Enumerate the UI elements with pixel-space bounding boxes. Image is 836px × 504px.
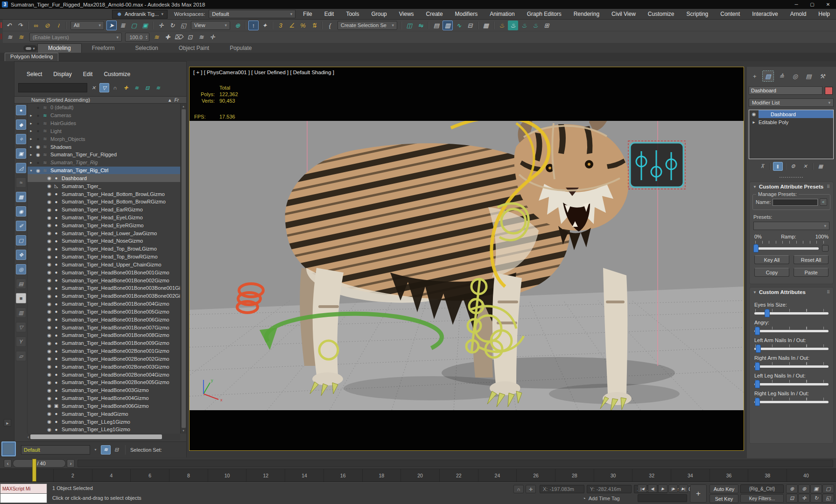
filter-helpers-icon[interactable]: ◿ xyxy=(16,163,26,173)
time-slider-track[interactable] xyxy=(77,460,833,467)
maxscript-mini-listener[interactable]: MAXScript Mi xyxy=(0,483,47,504)
visibility-eye-icon[interactable]: ● xyxy=(35,160,42,165)
visibility-eye-icon[interactable]: ◉ xyxy=(46,246,53,252)
list-item[interactable]: ◉ ● Sumatran_Tiger_Head_Bottom_BrowLGizm… xyxy=(28,190,180,198)
maximize-button[interactable]: ▢ xyxy=(804,0,820,9)
sort-by-layer-icon[interactable]: ≋ xyxy=(101,445,111,455)
active-layer-select[interactable]: (Enable Layers)▾ xyxy=(29,33,122,42)
menu-item[interactable]: Arnold xyxy=(784,9,813,19)
select-and-link-icon[interactable]: ∞ xyxy=(31,21,41,30)
x-coordinate-field[interactable]: X:-197.083m xyxy=(540,485,584,493)
selection-lock-toggle[interactable]: ∩ xyxy=(513,485,524,493)
pick-object-icon[interactable]: ✚ xyxy=(121,83,131,92)
list-item[interactable]: ◉ ● Sumatran_Tiger_HeadBone001Bone006Giz… xyxy=(28,315,180,323)
orbit-icon[interactable]: ↻ xyxy=(810,494,822,503)
explorer-menu-item[interactable]: Select xyxy=(27,71,42,77)
list-item[interactable]: ◉ ● Sumatran_Tiger_LLeg1Gizmo xyxy=(28,426,180,434)
list-item[interactable]: ▸ ● ≋ Cameras xyxy=(28,112,180,119)
pan-icon[interactable]: ✛ xyxy=(798,494,810,503)
list-item[interactable]: ◉ ● Sumatran_Tiger_Head_EyeLGizmo xyxy=(28,214,180,222)
unlink-selection-icon[interactable]: ⊘ xyxy=(42,21,52,30)
visibility-eye-icon[interactable]: ◉ xyxy=(46,427,53,432)
move-to-layer-icon[interactable]: ✛ xyxy=(207,32,218,42)
ribbon-minimize-button[interactable]: ▾ xyxy=(23,45,37,51)
expand-arrow[interactable]: ▸ xyxy=(28,153,35,157)
layer-value-spinner[interactable]: 100.0 ▴▾ xyxy=(125,33,149,42)
go-to-end-button[interactable]: ▶| xyxy=(679,484,688,493)
visibility-eye-icon[interactable]: ◉ xyxy=(46,388,53,393)
visibility-eye-icon[interactable]: ◉ xyxy=(46,372,53,377)
menu-item[interactable]: Rendering xyxy=(568,9,605,19)
slider-track[interactable] xyxy=(754,365,829,368)
add-to-new-layer-icon[interactable]: ≋ xyxy=(132,83,141,92)
list-item[interactable]: ▸ ● ≋ Sumatran_Tiger_Rig xyxy=(28,159,180,167)
separator[interactable] xyxy=(770,163,771,170)
filter-custom-icon[interactable]: Υ xyxy=(16,336,26,347)
drag-grip-icon[interactable]: ⠿ xyxy=(827,290,830,294)
list-item[interactable]: ◉ ● Sumatran_Tiger_HeadGizmo xyxy=(28,410,180,418)
set-key-button[interactable]: Set Key xyxy=(710,494,738,503)
render-setup-icon[interactable]: ♨ xyxy=(497,21,507,30)
visibility-eye-icon[interactable]: ◉ xyxy=(46,349,53,354)
presets-select[interactable]: ▾ xyxy=(753,222,829,230)
visibility-eye-icon[interactable]: ● xyxy=(35,128,42,133)
visibility-eye-icon[interactable]: ◉ xyxy=(46,419,53,424)
visibility-eye-icon[interactable]: ◉ xyxy=(35,152,42,157)
timeline-playhead[interactable] xyxy=(32,459,36,482)
visibility-eye-icon[interactable]: ◉ xyxy=(46,223,53,228)
rollout-header[interactable]: ▼ Custom Attributes ⠿ xyxy=(750,287,833,297)
play-button[interactable]: ▶ xyxy=(658,484,667,493)
separator[interactable] xyxy=(478,21,478,29)
next-frame-arrow[interactable]: › xyxy=(67,459,75,468)
field-of-view-icon[interactable]: ⊡ xyxy=(786,494,798,503)
workspaces-select[interactable]: Default ▾ xyxy=(209,10,295,18)
undo-icon[interactable]: ↶ xyxy=(4,21,14,30)
list-item[interactable]: ◉ ● Sumatran_Tiger_HeadBone001Bone003Bon… xyxy=(28,284,180,292)
visibility-eye-icon[interactable]: ● xyxy=(35,136,42,141)
maximize-viewport-icon[interactable]: ◱ xyxy=(822,494,834,503)
visibility-eye-icon[interactable]: ◉ xyxy=(46,294,53,299)
zoom-extents-all-icon[interactable]: ▢ xyxy=(822,484,834,493)
track-bar[interactable]: 246810121416182022242628303234363840 xyxy=(0,469,836,482)
filter-icon[interactable]: ▽ xyxy=(99,83,109,92)
list-item[interactable]: ◉ ● Sumatran_Tiger_HeadBone003Gizmo xyxy=(28,386,180,394)
expand-panel-arrow[interactable]: ▸ xyxy=(4,419,11,427)
select-and-move-icon[interactable]: ✛ xyxy=(156,21,166,30)
filter-shapes-icon[interactable]: ◆ xyxy=(16,119,26,130)
minimize-button[interactable]: ─ xyxy=(788,0,804,9)
key-filters-button[interactable]: Key Filters... xyxy=(740,494,784,503)
explorer-menu-item[interactable]: Edit xyxy=(83,71,93,77)
menu-item[interactable]: Create xyxy=(420,9,449,19)
visibility-eye-icon[interactable]: ◉ xyxy=(46,262,53,267)
paste-button[interactable]: Paste xyxy=(794,268,829,277)
list-item[interactable]: ◉ ● Sumatran_Tiger_HeadBone001Bone008Giz… xyxy=(28,331,180,339)
polygon-modeling-tab[interactable]: Polygon Modeling xyxy=(5,53,58,61)
select-and-place-icon[interactable]: ↑ xyxy=(248,21,259,30)
render-production-icon[interactable]: ♨ xyxy=(519,21,529,30)
ribbon-tab[interactable]: Populate xyxy=(219,44,262,53)
list-item[interactable]: ◉ ● Sumatran_Tiger_Head_EarRGizmo xyxy=(28,206,180,214)
list-item[interactable]: ◉ ● Sumatran_Tiger_Head_Upper_ChainGizmo xyxy=(28,261,180,269)
filter-basket-icon[interactable]: ▱ xyxy=(16,351,26,361)
list-item[interactable]: ◉ ● Sumatran_Tiger_Head_EyeRGizmo xyxy=(28,221,180,229)
filter-funnel-icon[interactable]: ▽ xyxy=(16,322,26,332)
menu-item[interactable]: Customize xyxy=(642,9,681,19)
separator[interactable] xyxy=(322,21,323,29)
filter-bones-icon[interactable]: ✐ xyxy=(16,221,26,231)
list-item[interactable]: ◉ ● Sumatran_Tiger_HeadBone002Bone005Giz… xyxy=(28,378,180,386)
list-item[interactable]: ◉ ● Sumatran_Tiger_HeadBone002Bone001Giz… xyxy=(28,347,180,355)
slider-track[interactable] xyxy=(754,401,829,403)
ribbon-tab[interactable]: Object Paint xyxy=(169,44,219,53)
object-name-field[interactable] xyxy=(749,86,822,95)
list-item[interactable]: ◉ ● Sumatran_Tiger_HeadBone001Bone005Giz… xyxy=(28,308,180,316)
ramp-keyable-toggle[interactable] xyxy=(822,245,829,252)
visibility-eye-icon[interactable]: ◉ xyxy=(46,364,53,369)
absolute-offset-toggle[interactable]: ✛ xyxy=(526,485,536,493)
toggle-layer-explorer-icon[interactable]: ▤ xyxy=(431,21,442,30)
redo-icon[interactable]: ↷ xyxy=(15,21,25,30)
visibility-eye-icon[interactable]: ◉ xyxy=(46,278,53,283)
select-and-scale-icon[interactable]: ◱ xyxy=(178,21,189,30)
visibility-eye-icon[interactable]: ◉ xyxy=(35,168,42,173)
filter-frozen-icon[interactable]: ■ xyxy=(16,293,26,303)
user-account-button[interactable]: ☻ Andranik Tig... ▾ xyxy=(112,10,168,19)
